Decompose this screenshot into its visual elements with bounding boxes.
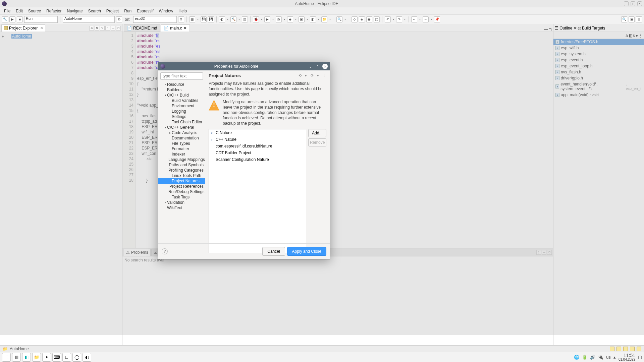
app-launcher-button[interactable]: ⬚ — [2, 353, 11, 362]
twisty-icon[interactable]: ▸ — [168, 131, 172, 134]
back-arrow-icon[interactable]: ⟲ — [298, 73, 302, 78]
chevron-down-icon[interactable]: ▾ — [329, 18, 331, 21]
dialog-tree-node[interactable]: Settings — [158, 114, 205, 119]
menu-navigate[interactable]: Navigate — [64, 8, 85, 14]
build-button[interactable]: 🔧 — [2, 16, 8, 22]
dialog-chevron-down-icon[interactable]: ⌄ — [308, 64, 313, 69]
hide-fields-button[interactable]: ◧ — [629, 33, 632, 38]
app-chrome-button[interactable]: ◯ — [72, 353, 81, 362]
chevron-down-icon[interactable]: ▾ — [272, 18, 274, 21]
window-maximize-button[interactable]: ◻ — [631, 1, 635, 6]
chevron-down-icon[interactable]: ▾ — [304, 73, 308, 78]
perspective-open-button[interactable]: ⊞ — [636, 16, 642, 22]
dialog-tree-node[interactable]: Logging — [158, 109, 205, 114]
app-vm-button[interactable]: □ — [62, 353, 71, 362]
menu-search[interactable]: Search — [86, 8, 104, 14]
dialog-close-button[interactable]: ✕ — [322, 64, 328, 69]
outline-item[interactable]: #esp_event_loop.h — [553, 63, 644, 69]
minimize-view-button[interactable]: — — [544, 27, 548, 32]
dialog-tree-node[interactable]: Profiling Categories — [158, 168, 205, 173]
dialog-tree-node[interactable]: Tool Chain Editor — [158, 119, 205, 125]
app-terminal-button[interactable]: ⌨ — [52, 353, 61, 362]
profile-button[interactable]: ◔ — [276, 16, 282, 22]
chevron-down-icon[interactable]: ▾ — [392, 18, 395, 21]
menu-project[interactable]: Project — [104, 8, 121, 14]
dialog-tree-node[interactable]: Task Tags — [158, 194, 205, 200]
nature-row[interactable]: com.espressif.idf.core.idfNature — [209, 143, 306, 149]
cancel-button[interactable]: Cancel — [262, 247, 285, 256]
chevron-down-icon[interactable]: ▾ — [238, 18, 240, 21]
outline-item[interactable]: #driver/gpio.h — [553, 75, 644, 81]
dialog-tree-node[interactable]: ▸Resource — [158, 82, 205, 87]
new-button[interactable]: ▦ — [189, 16, 195, 22]
add-nature-button[interactable]: Add... — [308, 129, 326, 137]
dialog-tree-node[interactable]: Builders — [158, 87, 205, 93]
save-all-button[interactable]: 💾 — [208, 16, 214, 22]
chevron-down-icon[interactable]: ▾ — [226, 18, 229, 21]
sort-button[interactable]: a — [626, 33, 628, 38]
nature-row[interactable]: cC Nature — [209, 129, 306, 136]
natures-list[interactable]: cC NaturecC++ Naturecom.espressif.idf.co… — [209, 129, 306, 253]
perspective-c-button[interactable]: ▣ — [629, 16, 635, 22]
nature-row[interactable]: Scanner Configuration Nature — [209, 156, 306, 163]
editor-tab-readme[interactable]: 📄 README.md — [124, 24, 160, 32]
link-editor-button[interactable]: ⇆ — [95, 26, 99, 31]
dialog-tree-node[interactable]: File Types — [158, 141, 205, 146]
battery-icon[interactable]: 🔋 — [582, 355, 587, 360]
outline-item[interactable]: ●event_handler(void*, system_event_t*) :… — [553, 81, 644, 92]
build-hammer-button[interactable]: 🔨 — [230, 16, 236, 22]
app-files-button[interactable]: 📁 — [32, 353, 41, 362]
chevron-down-icon[interactable]: ▾ — [344, 18, 346, 21]
chevron-down-icon[interactable]: ▾ — [294, 18, 297, 21]
dialog-tree-node[interactable]: Environment — [158, 103, 205, 109]
chevron-down-icon[interactable]: ▾ — [419, 18, 421, 21]
editor-tab-main-c[interactable]: 📄 main.c ✕ — [161, 24, 190, 32]
forward-arrow-icon[interactable]: ⟳ — [310, 73, 314, 78]
dialog-menu-button[interactable]: ⋮ — [322, 73, 326, 78]
misc-button[interactable]: ↷ — [396, 16, 402, 22]
nature-row[interactable]: CDT Builder Project — [209, 149, 306, 156]
target-combo[interactable]: esp32 — [133, 16, 177, 23]
close-icon[interactable]: ✕ — [183, 26, 187, 31]
outline-item[interactable]: #nvs_flash.h — [553, 69, 644, 75]
close-icon[interactable]: ✕ — [40, 26, 43, 30]
show-desktop-button[interactable]: ▢ — [638, 355, 642, 360]
chevron-down-icon[interactable]: ▾ — [430, 18, 433, 21]
chevron-down-icon[interactable]: ▾ — [197, 18, 199, 21]
project-explorer-tab[interactable]: Project Explorer ✕ — [1, 24, 45, 32]
window-minimize-button[interactable]: — — [624, 1, 629, 6]
misc-button[interactable]: ◉ — [366, 16, 372, 22]
view-menu-button[interactable]: ⋮ — [105, 26, 110, 31]
dialog-tree-node[interactable]: Documentation — [158, 135, 205, 141]
menu-refactor[interactable]: Refactor — [44, 8, 64, 14]
menu-file[interactable]: File — [1, 8, 13, 14]
globe-icon[interactable]: 🌐 — [574, 355, 579, 360]
outline-tab[interactable]: ☰ Outline ✕ — [555, 26, 577, 31]
dialog-tree-node[interactable]: Project Natures — [158, 178, 205, 184]
menu-source[interactable]: Source — [25, 8, 44, 14]
view-menu-button[interactable]: ⋮ — [639, 33, 643, 38]
chevron-down-icon[interactable]: ▾ — [404, 18, 406, 21]
menu-espressif[interactable]: Espressif — [134, 8, 156, 14]
filter-button[interactable]: ▽ — [100, 26, 105, 31]
dialog-tree-node[interactable]: Project References — [158, 184, 205, 189]
window-close-button[interactable]: ✕ — [637, 1, 642, 6]
maximize-view-button[interactable]: ◻ — [548, 27, 552, 32]
dialog-tree-node[interactable]: Run/Debug Settings — [158, 189, 205, 194]
misc-button[interactable]: ◇ — [352, 16, 358, 22]
dialog-tree-node[interactable]: ▾C/C++ General — [158, 125, 205, 130]
minimize-view-button[interactable]: — — [542, 250, 546, 255]
build-targets-tab[interactable]: ◎ Build Targets — [578, 26, 605, 31]
project-combo[interactable]: AutoHome — [63, 16, 115, 23]
quick-access-button[interactable]: 🔍 — [621, 16, 627, 22]
run-button[interactable]: ▶ — [9, 16, 15, 22]
status-icon[interactable] — [610, 347, 614, 351]
maximize-view-button[interactable]: ◻ — [547, 250, 552, 255]
menu-help[interactable]: Help — [176, 8, 190, 14]
search-button[interactable]: 🔍 — [336, 16, 342, 22]
stop-button[interactable]: ■ — [17, 16, 23, 22]
pin-button[interactable]: 📌 — [434, 16, 440, 22]
status-icon[interactable] — [630, 347, 635, 351]
close-icon[interactable]: ✕ — [574, 26, 577, 31]
coverage-button[interactable]: ◆ — [287, 16, 293, 22]
